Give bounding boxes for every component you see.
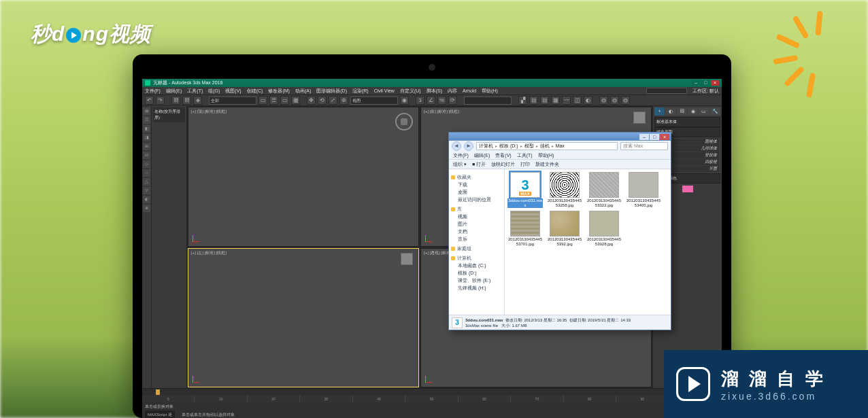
align-button[interactable]: ▤ (529, 96, 538, 105)
select-region-button[interactable]: ▭ (280, 96, 289, 105)
time-slider[interactable] (156, 389, 160, 395)
newfolder-button[interactable]: 新建文件夹 (535, 161, 559, 168)
ribbon-btn[interactable]: ☰ (143, 116, 150, 124)
ribbon-btn[interactable]: ▽ (143, 187, 150, 194)
viewport-label[interactable]: [+] [左] [标准] [线框] (191, 250, 227, 256)
maxscript-mini[interactable]: MAXScript 迷 (145, 411, 175, 418)
redo-button[interactable]: ↷ (156, 96, 165, 105)
tree-item[interactable]: 最近访问的位置 (451, 196, 502, 203)
select-button[interactable]: ▭ (258, 96, 267, 105)
spinner-snap-button[interactable]: ⟳ (448, 96, 457, 105)
tree-computer[interactable]: 计算机 (451, 255, 502, 262)
tree-item[interactable]: 音乐 (451, 236, 502, 243)
ribbon-btn[interactable]: ◐ (143, 196, 150, 203)
ref-coord-dropdown[interactable]: 视图 (350, 97, 398, 105)
explorer-close-button[interactable]: × (660, 134, 669, 140)
undo-button[interactable]: ↶ (145, 96, 154, 105)
close-button[interactable]: × (711, 80, 719, 86)
bind-button[interactable]: ◈ (193, 96, 202, 105)
explorer-minimize-button[interactable]: – (639, 134, 649, 140)
tree-item[interactable]: 先锋视频 (H:) (451, 285, 502, 292)
tree-item[interactable]: 桌面 (451, 189, 502, 196)
menu-create[interactable]: 创建(C) (247, 88, 263, 94)
angle-snap-button[interactable]: ∠ (427, 96, 435, 105)
place-button[interactable]: ⊕ (339, 96, 348, 105)
menu-arnold[interactable]: Arnold (463, 88, 476, 93)
minimize-button[interactable]: – (692, 80, 700, 86)
tree-item[interactable]: 视频 (451, 213, 502, 220)
file-item[interactable]: 201203130435445532​58.jpg (547, 172, 582, 208)
open-button[interactable]: ■ 打开 (472, 161, 486, 168)
viewport-label[interactable]: [+] [顶] [标准] [线框] (191, 109, 227, 115)
ex-menu-help[interactable]: 帮助(H) (538, 152, 554, 159)
curve-editor-button[interactable]: 〰 (562, 96, 571, 105)
utilities-tab[interactable]: 🔧 (710, 107, 720, 116)
ribbon-button[interactable]: ▦ (551, 96, 560, 105)
menu-edit[interactable]: 编辑(E) (166, 88, 182, 94)
ribbon-btn[interactable]: ⊕ (143, 205, 150, 212)
organize-button[interactable]: 组织 ▾ (453, 161, 467, 168)
file-item[interactable]: 201203130435445539​28.jpg (586, 211, 622, 247)
ribbon-btn[interactable]: ⊟ (143, 152, 150, 159)
file-item[interactable]: 201203130435445534​05.jpg (626, 172, 661, 208)
timeline-ruler[interactable]: 0102030405060708090100 (142, 396, 722, 402)
ex-menu-edit[interactable]: 编辑(E) (474, 152, 490, 159)
ribbon-btn[interactable]: ▤ (143, 107, 150, 115)
explorer-titlebar[interactable]: – □ × (449, 133, 671, 141)
menu-script[interactable]: 脚本(S) (427, 88, 442, 94)
viewcube-icon[interactable] (633, 111, 646, 124)
breadcrumb[interactable]: 挂机 (540, 143, 550, 150)
render-setup-button[interactable]: ◍ (599, 96, 608, 105)
material-editor-button[interactable]: ◐ (584, 96, 592, 105)
render-button[interactable]: ◍ (621, 96, 630, 105)
ex-menu-view[interactable]: 查看(V) (495, 152, 511, 159)
menu-render[interactable]: 渲染(R) (352, 88, 369, 94)
use-center-button[interactable]: ◉ (400, 96, 409, 105)
help-search[interactable] (646, 88, 687, 94)
viewport-label[interactable]: [+] [前] [标准] [线框] (424, 109, 459, 115)
file-item[interactable]: 201203130435445537​01.jpg (507, 211, 543, 247)
render-frame-button[interactable]: ◍ (610, 96, 619, 105)
modify-tab[interactable]: ◐ (665, 107, 675, 116)
menu-tools[interactable]: 工具(T) (187, 88, 203, 94)
back-button[interactable]: ◄ (452, 141, 461, 151)
file-item[interactable]: 201203130435445539​2.jpg (547, 211, 582, 247)
tree-item[interactable]: 图片 (451, 221, 502, 228)
ribbon-btn[interactable]: ◨ (143, 134, 150, 141)
menu-modifiers[interactable]: 修改器(M) (268, 88, 290, 94)
motion-tab[interactable]: ◉ (688, 107, 698, 116)
rollout-header[interactable]: 标准基本体 (654, 117, 720, 127)
address-bar[interactable]: 计算机▸ 模板 (D:)▸ 模型▸ 挂机▸ Max (476, 142, 618, 150)
ribbon-btn[interactable]: △ (143, 178, 150, 186)
breadcrumb[interactable]: 模板 (D:) (499, 143, 518, 150)
scene-explorer-header[interactable]: 名称(按升序排序) (153, 107, 185, 122)
selection-filter[interactable]: 全部 (209, 97, 256, 105)
create-tab[interactable]: + (654, 107, 665, 116)
rotate-button[interactable]: ⟲ (318, 96, 327, 105)
breadcrumb[interactable]: Max (556, 143, 565, 150)
move-button[interactable]: ✥ (307, 96, 316, 105)
tree-item[interactable]: 模板 (D:) (451, 270, 502, 277)
viewport-left[interactable]: [+] [左] [标准] [线框] (188, 248, 419, 388)
breadcrumb[interactable]: 模型 (524, 143, 534, 150)
forward-button[interactable]: ► (464, 141, 473, 151)
explorer-maximize-button[interactable]: □ (650, 134, 659, 140)
window-crossing-button[interactable]: ▦ (291, 96, 300, 105)
snap-button[interactable]: 3 (416, 96, 424, 105)
hierarchy-tab[interactable]: ⛓ (677, 107, 687, 116)
file-item[interactable]: 201203130435445533​22.jpg (586, 172, 622, 208)
menu-customize[interactable]: 自定义(U) (400, 88, 421, 94)
steering-wheel-icon[interactable] (395, 113, 413, 130)
tree-favorites[interactable]: 收藏夹 (451, 174, 502, 181)
ribbon-btn[interactable]: ⊞ (143, 143, 150, 150)
ex-menu-tools[interactable]: 工具(T) (517, 152, 533, 159)
tree-item[interactable]: 课堂、软件 (E:) (451, 277, 502, 284)
scale-button[interactable]: ⤢ (329, 96, 337, 105)
tree-item[interactable]: 文档 (451, 228, 502, 235)
layers-button[interactable]: ▤ (540, 96, 549, 105)
menu-content[interactable]: 内容 (448, 88, 457, 94)
mirror-button[interactable]: ▞ (518, 96, 527, 105)
link-button[interactable]: ⛓ (171, 96, 180, 105)
menu-civil[interactable]: Civil View (374, 88, 395, 93)
ribbon-btn[interactable]: ◇ (143, 160, 150, 168)
